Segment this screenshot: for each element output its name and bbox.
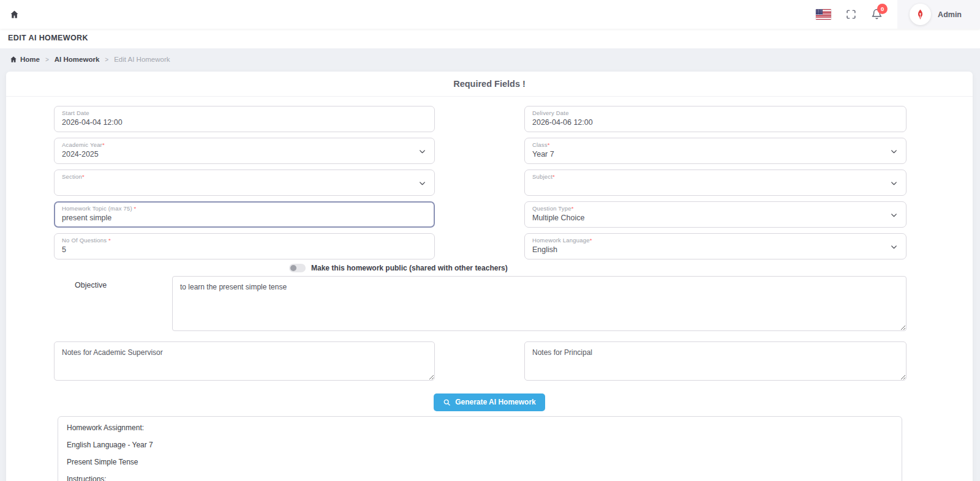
breadcrumb-current: Edit AI Homework bbox=[114, 56, 170, 63]
generate-ai-homework-button[interactable]: Generate AI Homework bbox=[434, 393, 545, 411]
objective-row: Objective to learn the present simple te… bbox=[6, 276, 973, 331]
avatar bbox=[910, 4, 931, 25]
academic-year-select[interactable]: Academic Year* 2024-2025 bbox=[54, 138, 435, 164]
breadcrumb-ai-homework[interactable]: AI Homework bbox=[55, 56, 100, 63]
start-date-value: 2026-04-04 12:00 bbox=[62, 117, 427, 128]
breadcrumb-home[interactable]: Home bbox=[10, 56, 40, 63]
output-line: Instructions: Please read each question … bbox=[67, 475, 893, 481]
section-value bbox=[62, 181, 427, 192]
output-line: English Language - Year 7 bbox=[67, 441, 893, 449]
chevron-down-icon bbox=[418, 179, 426, 187]
subject-label: Subject bbox=[532, 173, 552, 180]
notes-principal-textarea[interactable] bbox=[524, 341, 907, 381]
generate-button-label: Generate AI Homework bbox=[455, 398, 536, 406]
delivery-date-input[interactable]: Delivery Date 2026-04-06 12:00 bbox=[524, 106, 907, 132]
question-type-label: Question Type bbox=[532, 205, 571, 212]
form-grid: Start Date 2026-04-04 12:00 Delivery Dat… bbox=[54, 106, 973, 259]
required-asterisk: * bbox=[548, 141, 550, 148]
home-icon bbox=[10, 10, 19, 19]
notification-badge: 0 bbox=[877, 4, 888, 14]
class-value: Year 7 bbox=[532, 149, 899, 160]
section-select[interactable]: Section* bbox=[54, 170, 435, 196]
homework-language-value: English bbox=[532, 245, 899, 255]
output-line: Present Simple Tense bbox=[67, 458, 893, 466]
homework-language-label: Homework Language bbox=[532, 237, 590, 244]
homework-topic-value: present simple bbox=[62, 213, 427, 223]
home-menu-button[interactable] bbox=[10, 10, 19, 19]
chevron-down-icon bbox=[890, 147, 898, 155]
topbar: 0 Admin bbox=[0, 0, 980, 29]
public-toggle[interactable] bbox=[289, 264, 306, 272]
question-type-value: Multiple Choice bbox=[532, 213, 899, 223]
academic-year-label: Academic Year bbox=[62, 141, 102, 148]
subject-value bbox=[532, 181, 899, 192]
notifications-button[interactable]: 0 bbox=[871, 9, 883, 20]
card-header: Required Fields ! bbox=[6, 72, 973, 97]
required-asterisk: * bbox=[82, 173, 85, 180]
chevron-down-icon bbox=[418, 147, 426, 155]
required-asterisk: * bbox=[102, 141, 105, 148]
objective-label: Objective bbox=[6, 276, 172, 331]
objective-textarea[interactable]: to learn the present simple tense bbox=[172, 276, 907, 331]
no-of-questions-input[interactable]: No Of Questions * 5 bbox=[54, 233, 435, 259]
pen-nib-icon bbox=[914, 9, 926, 20]
academic-year-value: 2024-2025 bbox=[62, 149, 427, 160]
language-flag-us[interactable] bbox=[816, 9, 831, 20]
no-of-questions-label: No Of Questions bbox=[62, 237, 108, 244]
chevron-down-icon bbox=[890, 179, 898, 187]
page-title: EDIT AI HOMEWORK bbox=[8, 34, 972, 42]
topbar-right: 0 Admin bbox=[816, 0, 980, 29]
required-asterisk: * bbox=[590, 237, 592, 244]
toggle-knob bbox=[290, 265, 296, 271]
user-menu[interactable]: Admin bbox=[897, 0, 980, 29]
admin-label: Admin bbox=[938, 10, 962, 19]
breadcrumb: Home > AI Homework > Edit AI Homework bbox=[0, 48, 980, 70]
output-line: Homework Assignment: bbox=[67, 424, 893, 432]
titlebar: EDIT AI HOMEWORK bbox=[0, 29, 980, 48]
breadcrumb-home-label: Home bbox=[20, 56, 40, 63]
required-asterisk: * bbox=[552, 173, 555, 180]
home-icon bbox=[10, 56, 17, 63]
delivery-date-label: Delivery Date bbox=[532, 110, 569, 116]
homework-output: Homework Assignment: English Language - … bbox=[58, 416, 902, 481]
breadcrumb-separator: > bbox=[105, 56, 108, 63]
section-label: Section bbox=[62, 173, 82, 180]
breadcrumb-separator: > bbox=[45, 56, 49, 63]
fullscreen-button[interactable] bbox=[846, 9, 856, 20]
chevron-down-icon bbox=[890, 243, 898, 251]
chevron-down-icon bbox=[890, 211, 898, 219]
required-asterisk: * bbox=[134, 205, 137, 212]
homework-language-select[interactable]: Homework Language* English bbox=[524, 233, 907, 259]
question-type-select[interactable]: Question Type* Multiple Choice bbox=[524, 201, 907, 228]
homework-topic-input[interactable]: Homework Topic (max 75) * present simple bbox=[54, 201, 435, 228]
start-date-input[interactable]: Start Date 2026-04-04 12:00 bbox=[54, 106, 435, 132]
edit-homework-card: Required Fields ! Start Date 2026-04-04 … bbox=[6, 72, 973, 481]
notes-supervisor-textarea[interactable] bbox=[54, 341, 435, 381]
delivery-date-value: 2026-04-06 12:00 bbox=[532, 117, 899, 128]
flag-canton bbox=[816, 9, 823, 15]
button-row: Generate AI Homework bbox=[6, 393, 973, 411]
no-of-questions-value: 5 bbox=[62, 245, 427, 255]
public-toggle-row: Make this homework public (shared with o… bbox=[289, 264, 973, 272]
fullscreen-icon bbox=[846, 9, 856, 20]
subject-select[interactable]: Subject* bbox=[524, 170, 907, 196]
homework-topic-label: Homework Topic (max 75) bbox=[62, 205, 134, 212]
required-asterisk: * bbox=[108, 237, 111, 244]
public-toggle-label: Make this homework public (shared with o… bbox=[311, 264, 508, 272]
search-icon bbox=[443, 398, 451, 406]
required-asterisk: * bbox=[571, 205, 574, 212]
notes-row bbox=[54, 341, 973, 381]
start-date-label: Start Date bbox=[62, 110, 89, 116]
class-select[interactable]: Class* Year 7 bbox=[524, 138, 907, 164]
class-label: Class bbox=[532, 141, 548, 148]
